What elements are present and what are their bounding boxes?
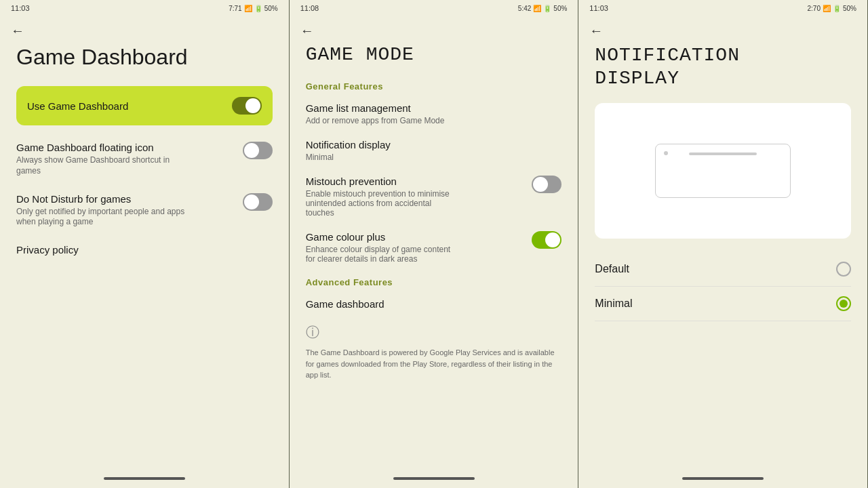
panel1-content: Game Dashboard Use Game Dashboard Game D… (0, 44, 289, 472)
back-button-1[interactable]: ← (0, 15, 289, 44)
status-icons-1: 7:71 📶 🔋 50% (229, 5, 277, 12)
wifi-icon-3: 📶 (823, 5, 831, 12)
page-title-1: Game Dashboard (16, 44, 273, 70)
colour-plus-row: Game colour plus Enhance colour display … (306, 231, 562, 264)
status-time-2: 11:08 (300, 4, 319, 12)
wifi-icon-1: 📶 (244, 5, 252, 12)
game-dashboard-title: Game dashboard (306, 298, 562, 310)
notif-bar (689, 152, 757, 155)
status-bar-1: 11:03 7:71 📶 🔋 50% (0, 0, 289, 15)
floating-icon-subtitle: Always show Game Dashboard shortcut in g… (16, 155, 186, 176)
mistouch-subtitle: Enable mistouch prevention to minimise u… (306, 189, 462, 218)
status-bar-3: 11:03 2:70 📶 🔋 50% (578, 0, 867, 15)
toggle-knob (245, 98, 260, 113)
default-option-row[interactable]: Default (595, 252, 851, 287)
home-indicator-3 (682, 477, 764, 480)
page-title-2: GAME MODE (306, 44, 562, 65)
game-dashboard-row[interactable]: Game dashboard (306, 298, 562, 310)
game-list-mgmt-subtitle: Add or remove apps from Game Mode (306, 116, 462, 125)
dnd-subtitle: Only get notified by important people an… (16, 207, 186, 228)
notification-mock (655, 144, 791, 198)
radio-inner (840, 300, 848, 308)
mistouch-toggle[interactable] (532, 176, 561, 193)
floating-icon-title: Game Dashboard floating icon (16, 142, 186, 153)
use-game-dashboard-row[interactable]: Use Game Dashboard (16, 86, 273, 125)
floating-icon-row: Game Dashboard floating icon Always show… (16, 142, 273, 176)
status-icons-3: 2:70 📶 🔋 50% (808, 5, 856, 12)
mistouch-title: Mistouch prevention (306, 176, 462, 187)
game-list-mgmt-title: Game list management (306, 102, 562, 114)
battery-icon-2: 🔋 (543, 5, 551, 12)
minimal-option-row[interactable]: Minimal (595, 287, 851, 321)
use-game-dashboard-label: Use Game Dashboard (27, 100, 128, 112)
notification-display-title: Notification display (306, 139, 562, 150)
status-time-1: 11:03 (11, 4, 30, 12)
dnd-row: Do Not Disturb for games Only get notifi… (16, 193, 273, 228)
panel3-content: NOTIFICATIONDISPLAY Default Minimal (578, 44, 867, 472)
status-icons-2: 5:42 📶 🔋 50% (518, 5, 567, 12)
status-time-3: 11:03 (589, 4, 608, 12)
home-indicator-1 (104, 477, 185, 480)
default-radio[interactable] (836, 262, 851, 277)
footer-text: The Game Dashboard is powered by Google … (306, 347, 562, 381)
notification-preview (595, 103, 851, 239)
privacy-policy-link[interactable]: Privacy policy (16, 244, 273, 256)
minimal-option-label: Minimal (595, 298, 632, 310)
advanced-features-header: Advanced Features (306, 277, 562, 287)
floating-icon-toggle[interactable] (243, 142, 273, 159)
colour-plus-title: Game colour plus (306, 231, 462, 243)
battery-icon-3: 🔋 (833, 5, 841, 12)
notification-display-row[interactable]: Notification display Minimal (306, 139, 562, 162)
colour-plus-subtitle: Enhance colour display of game content f… (306, 245, 462, 264)
battery-icon-1: 🔋 (254, 5, 262, 12)
back-button-3[interactable]: ← (578, 15, 867, 44)
colour-plus-toggle[interactable] (532, 231, 561, 249)
notification-display-subtitle: Minimal (306, 152, 462, 162)
general-features-header: General Features (306, 81, 562, 92)
back-button-2[interactable]: ← (290, 15, 578, 44)
status-bar-2: 11:08 5:42 📶 🔋 50% (290, 0, 578, 15)
panel-game-dashboard: 11:03 7:71 📶 🔋 50% ← Game Dashboard Use … (0, 0, 290, 488)
game-list-mgmt-row[interactable]: Game list management Add or remove apps … (306, 102, 562, 125)
use-game-dashboard-toggle[interactable] (232, 97, 262, 115)
dnd-toggle[interactable] (243, 193, 273, 211)
panel-notification-display: 11:03 2:70 📶 🔋 50% ← NOTIFICATIONDISPLAY… (578, 0, 868, 488)
default-option-label: Default (595, 263, 629, 275)
panel2-content: GAME MODE General Features Game list man… (290, 44, 578, 472)
mistouch-row: Mistouch prevention Enable mistouch prev… (306, 176, 562, 218)
home-indicator-2 (393, 477, 475, 480)
minimal-radio[interactable] (836, 296, 851, 311)
dnd-title: Do Not Disturb for games (16, 193, 186, 205)
panel-game-mode: 11:08 5:42 📶 🔋 50% ← GAME MODE General F… (290, 0, 579, 488)
notif-dot (664, 151, 668, 155)
page-title-3: NOTIFICATIONDISPLAY (595, 44, 851, 89)
wifi-icon-2: 📶 (533, 5, 541, 12)
info-icon: ⓘ (306, 323, 562, 342)
